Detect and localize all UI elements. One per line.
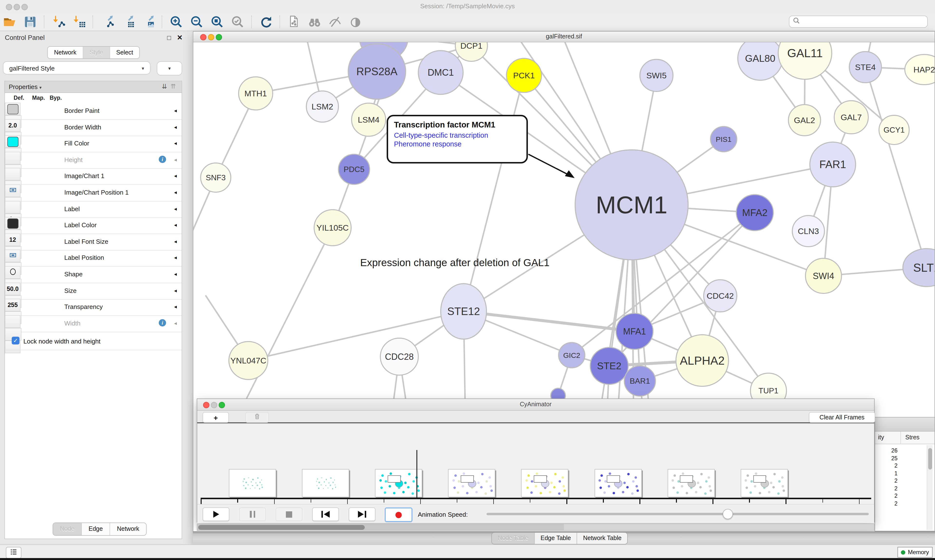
default-cell[interactable] <box>5 103 20 115</box>
property-row-label[interactable]: Label◂ <box>5 201 182 218</box>
cyanimator-titlebar[interactable]: CyAnimator <box>197 399 874 411</box>
network-node-bar1[interactable]: BAR1 <box>624 366 656 396</box>
default-cell[interactable]: 255 <box>5 299 20 311</box>
network-node-snf3[interactable]: SNF3 <box>201 163 231 192</box>
column-header-stress[interactable]: Stres <box>905 434 920 441</box>
collapse-arrow-icon[interactable]: ◂ <box>174 287 177 294</box>
frame-thumbnail-6[interactable] <box>594 469 642 497</box>
network-node-mcm1[interactable]: MCM1 <box>575 150 688 260</box>
save-session-icon[interactable] <box>23 15 37 29</box>
close-panel-icon[interactable]: ✕ <box>177 34 183 42</box>
expand-all-icon[interactable]: ⇊ <box>162 83 167 90</box>
tab-select[interactable]: Select <box>110 47 139 58</box>
color-swatch[interactable] <box>7 218 18 228</box>
close-traffic-light[interactable] <box>203 402 210 408</box>
network-node-gal80[interactable]: GAL80 <box>738 42 782 80</box>
network-node-cdc28[interactable]: CDC28 <box>380 338 418 375</box>
network-node-dcp1[interactable]: DCP1 <box>455 42 488 61</box>
network-node-mth1[interactable]: MTH1 <box>239 77 273 110</box>
search-input[interactable] <box>789 15 928 28</box>
table-cell-value[interactable]: 2 <box>876 485 898 491</box>
minimize-traffic-light[interactable] <box>208 34 214 40</box>
collapse-arrow-icon[interactable]: ◂ <box>174 271 177 277</box>
tab-edge-style[interactable]: Edge <box>82 523 110 535</box>
table-cell-value[interactable]: 25 <box>876 455 898 461</box>
timeline-ruler[interactable] <box>201 498 871 499</box>
frame-thumbnail-3[interactable] <box>375 469 422 497</box>
network-node-rps28a[interactable]: RPS28A <box>348 44 406 99</box>
refresh-view-icon[interactable] <box>259 15 273 29</box>
pause-button[interactable] <box>239 508 266 521</box>
network-node-lsm4[interactable]: LSM4 <box>352 103 386 136</box>
tab-edge-table[interactable]: Edge Table <box>535 533 577 544</box>
open-session-icon[interactable] <box>3 15 17 29</box>
column-header-clipped[interactable]: ity <box>878 434 884 441</box>
table-cell-value[interactable]: 2 <box>876 463 898 469</box>
tab-network-table[interactable]: Network Table <box>577 533 628 544</box>
scrollbar-track[interactable] <box>197 524 564 530</box>
property-row-shape[interactable]: Shape◂ <box>5 266 182 283</box>
network-node-cln3[interactable]: CLN3 <box>792 215 824 247</box>
style-options-button[interactable]: ▾ <box>157 61 182 75</box>
frame-thumbnail-8[interactable] <box>741 469 788 497</box>
zoom-fit-icon[interactable] <box>210 15 224 29</box>
import-table-icon[interactable] <box>72 15 86 29</box>
frame-thumbnail-4[interactable] <box>448 469 495 497</box>
scrollbar-thumb[interactable] <box>928 448 932 469</box>
default-cell[interactable] <box>5 315 20 328</box>
network-node-mfa2[interactable]: MFA2 <box>736 195 773 231</box>
export-image-icon[interactable] <box>141 15 155 29</box>
network-node-swi5[interactable]: SWI5 <box>640 59 673 91</box>
export-network-icon[interactable] <box>100 15 114 29</box>
tab-node-table[interactable]: Node Table <box>492 533 535 544</box>
network-edge[interactable] <box>866 67 927 268</box>
property-row-size[interactable]: 50.0Size◂ <box>5 282 182 300</box>
network-node-gal2[interactable]: GAL2 <box>788 105 821 136</box>
collapse-arrow-icon[interactable]: ◂ <box>174 238 177 245</box>
network-node-ste4[interactable]: STE4 <box>849 52 881 83</box>
default-cell[interactable]: 50.0 <box>5 282 20 295</box>
animation-speed-slider[interactable] <box>486 513 869 515</box>
collapse-arrow-icon[interactable]: ◂ <box>174 320 177 326</box>
properties-header[interactable]: Properties ▾ ⇊ ⇈ <box>5 81 182 93</box>
network-node-gcy1[interactable]: GCY1 <box>879 115 909 145</box>
collapse-arrow-icon[interactable]: ◂ <box>174 189 177 195</box>
network-edge[interactable] <box>464 75 524 311</box>
network-node-pis1[interactable]: PIS1 <box>711 126 737 152</box>
property-row-width[interactable]: Widthi◂ <box>5 315 182 332</box>
minimize-traffic-light[interactable] <box>14 4 20 10</box>
default-cell[interactable] <box>5 217 20 230</box>
zoom-out-icon[interactable] <box>190 15 204 29</box>
frame-thumbnail-1[interactable] <box>229 469 276 497</box>
slider-knob[interactable] <box>722 509 733 519</box>
network-node-slt2[interactable]: SLT2 <box>903 249 935 286</box>
collapse-arrow-icon[interactable]: ◂ <box>174 157 177 163</box>
property-row-border-width[interactable]: 2.0Border Width◂ <box>5 119 182 136</box>
annotation-box[interactable]: Transcription factor MCM1 Cell-type-spec… <box>387 115 528 163</box>
network-node-swi4[interactable]: SWI4 <box>805 258 841 293</box>
network-node-gic2[interactable]: GIC2 <box>559 343 585 368</box>
network-node-mfa1[interactable]: MFA1 <box>616 313 653 349</box>
network-node-far1[interactable]: FAR1 <box>810 142 856 187</box>
export-table-icon[interactable] <box>121 15 134 29</box>
network-node-ste12[interactable]: STE12 <box>441 284 486 339</box>
delete-frame-button[interactable] <box>245 412 269 423</box>
network-node-pck1[interactable]: PCK1 <box>506 58 542 92</box>
network-node-gal11[interactable]: GAL11 <box>778 42 832 79</box>
property-row-fill-color[interactable]: Fill Color◂ <box>5 135 182 152</box>
network-node-gal7[interactable]: GAL7 <box>834 101 868 134</box>
network-node-pdc5[interactable]: PDC5 <box>338 154 370 185</box>
zoom-in-icon[interactable] <box>170 15 183 29</box>
collapse-arrow-icon[interactable]: ◂ <box>174 222 177 228</box>
color-swatch[interactable] <box>7 137 18 147</box>
frame-thumbnail-2[interactable] <box>302 469 349 497</box>
zoom-traffic-light[interactable] <box>22 4 28 10</box>
lock-size-checkbox[interactable]: ✓ <box>12 337 20 345</box>
default-cell[interactable] <box>5 152 20 165</box>
collapse-arrow-icon[interactable]: ◂ <box>174 173 177 179</box>
network-node-lsm2[interactable]: LSM2 <box>306 91 338 122</box>
property-row-image-chart-position-1[interactable]: Image/Chart Position 1◂ <box>5 185 182 202</box>
scrollbar-thumb[interactable] <box>198 525 365 529</box>
collapse-arrow-icon[interactable]: ◂ <box>174 255 177 261</box>
collapse-all-icon[interactable]: ⇈ <box>170 83 176 90</box>
